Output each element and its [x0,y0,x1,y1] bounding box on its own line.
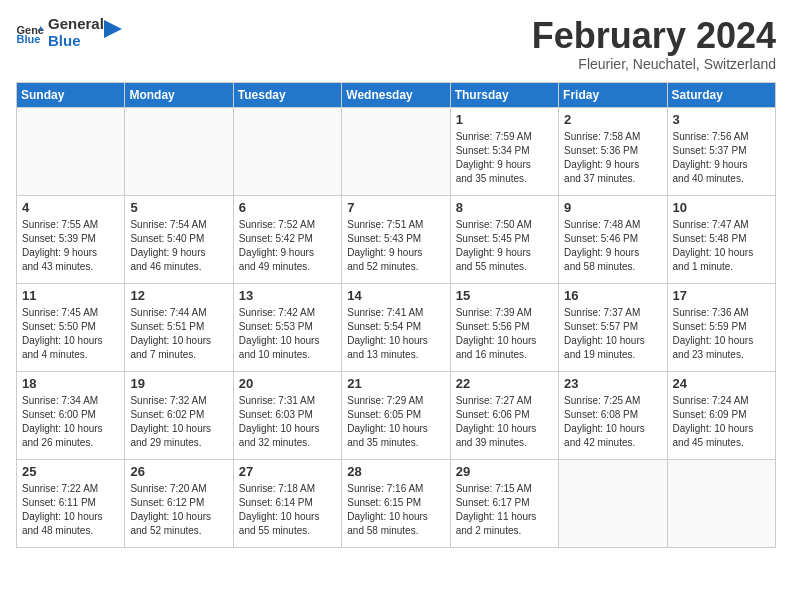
weekday-header-tuesday: Tuesday [233,82,341,107]
calendar-cell: 4Sunrise: 7:55 AM Sunset: 5:39 PM Daylig… [17,195,125,283]
day-info: Sunrise: 7:55 AM Sunset: 5:39 PM Dayligh… [22,218,119,274]
day-number: 23 [564,376,661,391]
weekday-header-saturday: Saturday [667,82,775,107]
calendar-cell: 17Sunrise: 7:36 AM Sunset: 5:59 PM Dayli… [667,283,775,371]
calendar-cell [342,107,450,195]
calendar-cell: 9Sunrise: 7:48 AM Sunset: 5:46 PM Daylig… [559,195,667,283]
calendar-cell: 16Sunrise: 7:37 AM Sunset: 5:57 PM Dayli… [559,283,667,371]
day-number: 15 [456,288,553,303]
day-info: Sunrise: 7:52 AM Sunset: 5:42 PM Dayligh… [239,218,336,274]
calendar-cell [17,107,125,195]
calendar-table: SundayMondayTuesdayWednesdayThursdayFrid… [16,82,776,548]
day-number: 7 [347,200,444,215]
day-number: 29 [456,464,553,479]
day-number: 10 [673,200,770,215]
day-number: 5 [130,200,227,215]
calendar-cell: 20Sunrise: 7:31 AM Sunset: 6:03 PM Dayli… [233,371,341,459]
day-info: Sunrise: 7:18 AM Sunset: 6:14 PM Dayligh… [239,482,336,538]
calendar-week-2: 4Sunrise: 7:55 AM Sunset: 5:39 PM Daylig… [17,195,776,283]
day-number: 12 [130,288,227,303]
calendar-cell: 14Sunrise: 7:41 AM Sunset: 5:54 PM Dayli… [342,283,450,371]
day-info: Sunrise: 7:39 AM Sunset: 5:56 PM Dayligh… [456,306,553,362]
day-info: Sunrise: 7:48 AM Sunset: 5:46 PM Dayligh… [564,218,661,274]
day-number: 27 [239,464,336,479]
logo-blue: Blue [48,33,104,50]
day-number: 11 [22,288,119,303]
day-number: 8 [456,200,553,215]
day-info: Sunrise: 7:42 AM Sunset: 5:53 PM Dayligh… [239,306,336,362]
calendar-cell: 8Sunrise: 7:50 AM Sunset: 5:45 PM Daylig… [450,195,558,283]
svg-text:Blue: Blue [16,33,40,44]
day-number: 9 [564,200,661,215]
day-number: 6 [239,200,336,215]
weekday-header-sunday: Sunday [17,82,125,107]
day-number: 4 [22,200,119,215]
calendar-cell: 13Sunrise: 7:42 AM Sunset: 5:53 PM Dayli… [233,283,341,371]
day-info: Sunrise: 7:29 AM Sunset: 6:05 PM Dayligh… [347,394,444,450]
calendar-week-1: 1Sunrise: 7:59 AM Sunset: 5:34 PM Daylig… [17,107,776,195]
calendar-cell: 6Sunrise: 7:52 AM Sunset: 5:42 PM Daylig… [233,195,341,283]
calendar-cell: 12Sunrise: 7:44 AM Sunset: 5:51 PM Dayli… [125,283,233,371]
day-number: 3 [673,112,770,127]
calendar-cell: 7Sunrise: 7:51 AM Sunset: 5:43 PM Daylig… [342,195,450,283]
weekday-header-row: SundayMondayTuesdayWednesdayThursdayFrid… [17,82,776,107]
day-number: 24 [673,376,770,391]
calendar-cell: 27Sunrise: 7:18 AM Sunset: 6:14 PM Dayli… [233,459,341,547]
day-info: Sunrise: 7:31 AM Sunset: 6:03 PM Dayligh… [239,394,336,450]
day-info: Sunrise: 7:58 AM Sunset: 5:36 PM Dayligh… [564,130,661,186]
day-info: Sunrise: 7:59 AM Sunset: 5:34 PM Dayligh… [456,130,553,186]
day-info: Sunrise: 7:37 AM Sunset: 5:57 PM Dayligh… [564,306,661,362]
weekday-header-wednesday: Wednesday [342,82,450,107]
page-header: General Blue General Blue February 2024 … [16,16,776,72]
calendar-cell: 18Sunrise: 7:34 AM Sunset: 6:00 PM Dayli… [17,371,125,459]
day-number: 28 [347,464,444,479]
calendar-cell [559,459,667,547]
location-subtitle: Fleurier, Neuchatel, Switzerland [532,56,776,72]
day-info: Sunrise: 7:24 AM Sunset: 6:09 PM Dayligh… [673,394,770,450]
logo-arrow-icon [104,20,122,38]
day-number: 1 [456,112,553,127]
calendar-cell: 2Sunrise: 7:58 AM Sunset: 5:36 PM Daylig… [559,107,667,195]
day-number: 22 [456,376,553,391]
calendar-cell: 23Sunrise: 7:25 AM Sunset: 6:08 PM Dayli… [559,371,667,459]
weekday-header-friday: Friday [559,82,667,107]
calendar-cell: 3Sunrise: 7:56 AM Sunset: 5:37 PM Daylig… [667,107,775,195]
day-info: Sunrise: 7:36 AM Sunset: 5:59 PM Dayligh… [673,306,770,362]
day-info: Sunrise: 7:15 AM Sunset: 6:17 PM Dayligh… [456,482,553,538]
title-section: February 2024 Fleurier, Neuchatel, Switz… [532,16,776,72]
day-number: 16 [564,288,661,303]
day-info: Sunrise: 7:45 AM Sunset: 5:50 PM Dayligh… [22,306,119,362]
day-info: Sunrise: 7:47 AM Sunset: 5:48 PM Dayligh… [673,218,770,274]
calendar-cell: 21Sunrise: 7:29 AM Sunset: 6:05 PM Dayli… [342,371,450,459]
day-info: Sunrise: 7:34 AM Sunset: 6:00 PM Dayligh… [22,394,119,450]
day-info: Sunrise: 7:44 AM Sunset: 5:51 PM Dayligh… [130,306,227,362]
svg-marker-3 [104,20,122,38]
day-info: Sunrise: 7:22 AM Sunset: 6:11 PM Dayligh… [22,482,119,538]
calendar-cell: 22Sunrise: 7:27 AM Sunset: 6:06 PM Dayli… [450,371,558,459]
day-info: Sunrise: 7:50 AM Sunset: 5:45 PM Dayligh… [456,218,553,274]
day-info: Sunrise: 7:27 AM Sunset: 6:06 PM Dayligh… [456,394,553,450]
weekday-header-thursday: Thursday [450,82,558,107]
day-number: 18 [22,376,119,391]
day-number: 2 [564,112,661,127]
day-info: Sunrise: 7:41 AM Sunset: 5:54 PM Dayligh… [347,306,444,362]
calendar-cell: 29Sunrise: 7:15 AM Sunset: 6:17 PM Dayli… [450,459,558,547]
calendar-cell: 1Sunrise: 7:59 AM Sunset: 5:34 PM Daylig… [450,107,558,195]
calendar-cell: 19Sunrise: 7:32 AM Sunset: 6:02 PM Dayli… [125,371,233,459]
day-info: Sunrise: 7:32 AM Sunset: 6:02 PM Dayligh… [130,394,227,450]
calendar-cell [125,107,233,195]
logo: General Blue General Blue [16,16,122,49]
logo-general: General [48,16,104,33]
calendar-week-5: 25Sunrise: 7:22 AM Sunset: 6:11 PM Dayli… [17,459,776,547]
calendar-cell: 11Sunrise: 7:45 AM Sunset: 5:50 PM Dayli… [17,283,125,371]
day-info: Sunrise: 7:25 AM Sunset: 6:08 PM Dayligh… [564,394,661,450]
calendar-cell: 26Sunrise: 7:20 AM Sunset: 6:12 PM Dayli… [125,459,233,547]
calendar-cell: 5Sunrise: 7:54 AM Sunset: 5:40 PM Daylig… [125,195,233,283]
calendar-cell: 10Sunrise: 7:47 AM Sunset: 5:48 PM Dayli… [667,195,775,283]
day-number: 20 [239,376,336,391]
calendar-week-3: 11Sunrise: 7:45 AM Sunset: 5:50 PM Dayli… [17,283,776,371]
day-number: 13 [239,288,336,303]
day-number: 25 [22,464,119,479]
day-number: 19 [130,376,227,391]
day-number: 21 [347,376,444,391]
